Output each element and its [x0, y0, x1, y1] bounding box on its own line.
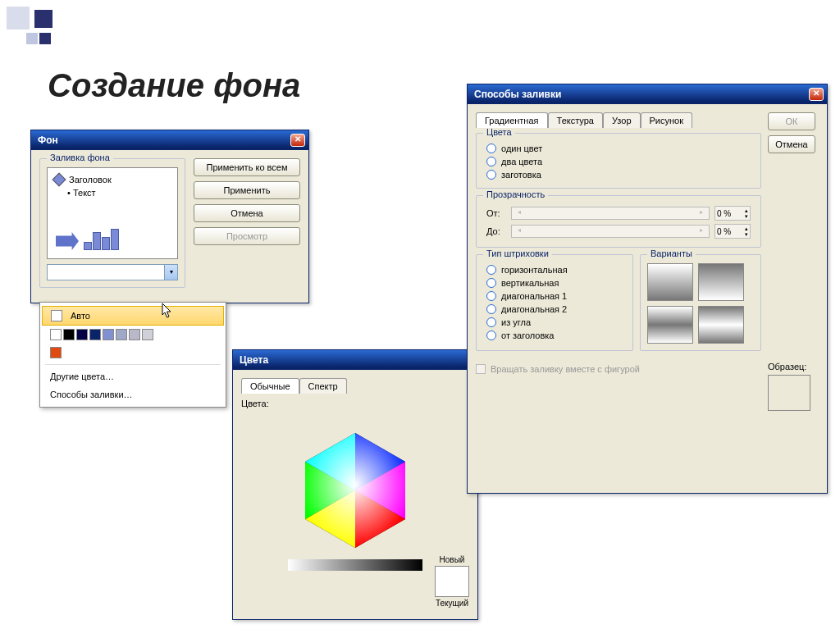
radio-diag1[interactable]: диагональная 1 [483, 289, 626, 303]
radio-two-colors[interactable]: два цвета [483, 155, 754, 168]
swatch[interactable] [142, 329, 153, 340]
swatch[interactable] [50, 347, 62, 358]
close-icon[interactable]: ✕ [809, 88, 824, 101]
group-label: Прозрачность [483, 189, 548, 199]
radio-one-color[interactable]: один цвет [483, 142, 754, 155]
swatch[interactable] [89, 329, 101, 340]
auto-color-item[interactable]: Авто [42, 306, 224, 326]
auto-swatch [51, 310, 62, 321]
group-label: Цвета [483, 127, 515, 137]
radio-preset[interactable]: заготовка [483, 168, 754, 181]
group-fill: Заливка фона Заголовок • Текст ▾ [39, 158, 185, 288]
window-title: Цвета [236, 354, 474, 366]
thumb-bullet: Текст [73, 188, 96, 198]
cursor-icon [162, 303, 173, 318]
variant[interactable] [698, 263, 744, 301]
scheme-swatches [40, 326, 226, 344]
group-variants: Варианты [640, 254, 761, 351]
auto-label: Авто [71, 311, 90, 321]
new-color-box [435, 566, 469, 597]
from-spin[interactable]: 0 %▴▾ [714, 206, 751, 221]
to-label: До: [486, 226, 506, 236]
swatch[interactable] [103, 329, 114, 340]
from-label: От: [486, 208, 506, 218]
window-title: Способы заливки [471, 89, 809, 100]
window-title: Фон [34, 134, 290, 146]
group-transparency: Прозрачность От: ◂▸ 0 %▴▾ До: ◂▸ 0 %▴▾ [476, 195, 761, 248]
chart-icon [84, 229, 119, 250]
radio-horizontal[interactable]: горизонтальная [483, 263, 626, 276]
page-title: Создание фона [48, 67, 300, 104]
new-label: Новый [435, 555, 469, 564]
swatch[interactable] [76, 329, 88, 340]
rotate-label: Вращать заливку вместе с фигурой [491, 364, 640, 374]
to-slider[interactable]: ◂▸ [511, 225, 710, 238]
tab-standard[interactable]: Обычные [241, 378, 299, 394]
tab-pattern[interactable]: Узор [603, 112, 641, 128]
group-colors: Цвета один цвет два цвета заготовка [476, 133, 761, 189]
tab-spectrum[interactable]: Спектр [299, 378, 347, 394]
ok-button[interactable]: ОК [768, 112, 815, 130]
svg-rect-8 [288, 559, 422, 571]
arrow-icon [56, 232, 79, 250]
cancel-button[interactable]: Отмена [194, 204, 300, 222]
window-fill-effects: Способы заливки ✕ Градиентная Текстура У… [467, 84, 828, 494]
radio-title[interactable]: от заголовка [483, 329, 626, 342]
variant[interactable] [647, 306, 693, 344]
cancel-button[interactable]: Отмена [768, 135, 815, 153]
slide-preview: Заголовок • Текст [47, 167, 178, 259]
rotate-check: Вращать заливку вместе с фигурой [476, 364, 761, 374]
apply-button[interactable]: Применить [194, 181, 300, 199]
group-label: Варианты [647, 248, 696, 258]
titlebar[interactable]: Способы заливки ✕ [468, 84, 827, 104]
colors-label: Цвета: [241, 399, 469, 408]
fill-effects-item[interactable]: Способы заливки… [40, 385, 226, 403]
checkbox-icon [476, 364, 486, 374]
color-popup: Авто Другие цвета… Способы заливки… [39, 302, 226, 408]
preview-button[interactable]: Просмотр [194, 227, 300, 245]
current-label: Текущий [435, 599, 469, 608]
tab-gradient[interactable]: Градиентная [476, 112, 548, 128]
chevron-down-icon[interactable]: ▾ [164, 265, 177, 280]
tab-texture[interactable]: Текстура [548, 112, 603, 128]
fill-dropdown[interactable]: ▾ [47, 264, 178, 280]
svg-marker-7 [305, 433, 405, 548]
radio-diag2[interactable]: диагональная 2 [483, 303, 626, 316]
more-colors-item[interactable]: Другие цвета… [40, 367, 226, 385]
variant[interactable] [698, 306, 744, 344]
swatch[interactable] [63, 329, 75, 340]
apply-all-button[interactable]: Применить ко всем [194, 158, 300, 176]
group-label: Тип штриховки [483, 248, 552, 258]
tab-picture[interactable]: Рисунок [641, 112, 693, 128]
to-spin[interactable]: 0 %▴▾ [714, 224, 751, 239]
from-slider[interactable]: ◂▸ [511, 207, 710, 220]
swatch[interactable] [116, 329, 127, 340]
titlebar[interactable]: Фон ✕ [31, 130, 308, 150]
radio-vertical[interactable]: вертикальная [483, 276, 626, 289]
swatch[interactable] [129, 329, 140, 340]
diamond-icon [52, 173, 66, 187]
window-background: Фон ✕ Заливка фона Заголовок • Текст ▾ П… [30, 130, 309, 303]
window-colors: Цвета Обычные Спектр Цвета: [232, 349, 478, 620]
sample-box [768, 375, 810, 411]
swatch[interactable] [50, 329, 62, 340]
close-icon[interactable]: ✕ [290, 134, 305, 147]
thumb-title: Заголовок [69, 175, 112, 185]
radio-corner[interactable]: из угла [483, 316, 626, 329]
hex-color-picker[interactable] [253, 412, 458, 588]
titlebar[interactable]: Цвета [233, 350, 477, 370]
sample-label: Образец: [768, 362, 819, 371]
recent-swatches [40, 344, 226, 362]
variant[interactable] [647, 263, 693, 301]
group-shading: Тип штриховки горизонтальная вертикальна… [476, 254, 633, 351]
group-label: Заливка фона [47, 153, 113, 162]
